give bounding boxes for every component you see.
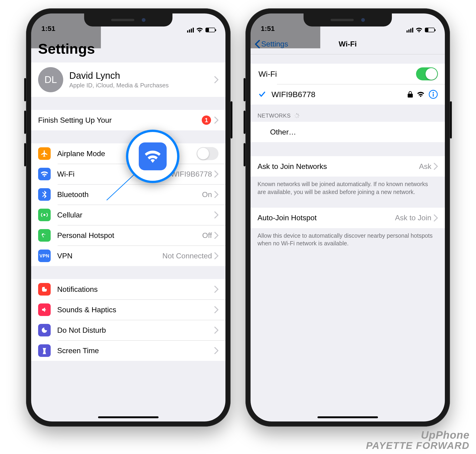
chevron-right-icon xyxy=(214,306,218,313)
checkmark-icon xyxy=(258,91,266,98)
wifi-icon-callout xyxy=(126,130,179,183)
dnd-icon xyxy=(38,324,51,336)
spinner-icon xyxy=(294,113,299,119)
svg-line-11 xyxy=(298,117,299,117)
other-network-row[interactable]: Other… xyxy=(251,122,445,142)
hotspot-row[interactable]: Personal Hotspot Off xyxy=(31,225,225,246)
chevron-right-icon xyxy=(214,347,218,354)
wifi-status-icon xyxy=(415,27,422,32)
ask-join-value: Ask xyxy=(419,162,431,171)
cellular-signal-icon xyxy=(187,28,194,32)
notch xyxy=(84,14,172,26)
chevron-right-icon xyxy=(214,76,218,83)
finish-setup-row[interactable]: Finish Setting Up Your 1 xyxy=(31,110,225,130)
chevron-right-icon xyxy=(434,163,438,170)
cellular-signal-icon xyxy=(407,28,413,32)
chevron-right-icon xyxy=(214,212,218,218)
phone-left: 1:51 Settings DL David Lynch xyxy=(26,8,230,427)
chevron-right-icon xyxy=(214,286,218,293)
hotspot-value: Off xyxy=(202,231,212,240)
hotspot-icon xyxy=(38,229,51,242)
wifi-toggle-label: Wi-Fi xyxy=(258,69,416,79)
vpn-value: Not Connected xyxy=(162,252,212,260)
chevron-right-icon xyxy=(214,252,218,259)
other-label: Other… xyxy=(270,128,438,136)
auto-hotspot-value: Ask to Join xyxy=(395,213,431,222)
status-time: 1:51 xyxy=(41,25,55,32)
svg-rect-7 xyxy=(433,94,434,97)
page-title: Settings xyxy=(38,40,225,57)
notifications-label: Notifications xyxy=(57,285,214,294)
wifi-strength-icon xyxy=(417,91,424,97)
lock-icon xyxy=(408,91,413,98)
watermark: UpPhone PAYETTE FORWARD xyxy=(366,429,469,451)
vpn-row[interactable]: VPN VPN Not Connected xyxy=(31,246,225,266)
connected-ssid: WIFI9B6778 xyxy=(271,90,408,99)
chevron-right-icon xyxy=(214,117,218,124)
airplane-icon xyxy=(38,147,51,160)
bluetooth-row[interactable]: Bluetooth On xyxy=(31,184,225,205)
avatar: DL xyxy=(38,67,63,92)
notifications-icon xyxy=(38,283,51,295)
wifi-value: WIFI9B6778 xyxy=(171,170,212,178)
sounds-icon xyxy=(38,303,51,316)
auto-hotspot-label: Auto-Join Hotspot xyxy=(258,213,395,222)
screentime-label: Screen Time xyxy=(57,346,214,355)
cellular-label: Cellular xyxy=(57,211,214,219)
navbar: Settings Wi-Fi xyxy=(251,34,445,54)
finish-setup-label: Finish Setting Up Your xyxy=(38,116,202,125)
home-indicator[interactable] xyxy=(98,416,159,418)
notifications-row[interactable]: Notifications xyxy=(31,279,225,300)
screentime-row[interactable]: Screen Time xyxy=(31,340,225,361)
wifi-status-icon xyxy=(196,27,203,32)
svg-line-13 xyxy=(295,117,296,117)
battery-icon xyxy=(425,28,435,32)
screentime-icon xyxy=(38,344,51,357)
cellular-icon xyxy=(38,209,51,221)
connected-network-row[interactable]: WIFI9B6778 xyxy=(251,84,445,105)
svg-point-1 xyxy=(45,287,47,289)
vpn-label: VPN xyxy=(57,252,162,260)
cellular-row[interactable]: Cellular xyxy=(31,205,225,225)
chevron-right-icon xyxy=(214,232,218,239)
appleid-sub: Apple ID, iCloud, Media & Purchases xyxy=(69,82,214,89)
appleid-name: David Lynch xyxy=(69,70,214,81)
wifi-toggle-row: Wi-Fi xyxy=(251,64,445,84)
sounds-row[interactable]: Sounds & Haptics xyxy=(31,300,225,320)
airplane-toggle[interactable] xyxy=(197,147,218,160)
ask-join-label: Ask to Join Networks xyxy=(258,162,419,171)
wifi-icon xyxy=(38,168,51,180)
back-button[interactable]: Settings xyxy=(255,34,288,54)
dnd-label: Do Not Disturb xyxy=(57,326,214,335)
chevron-right-icon xyxy=(214,171,218,178)
nav-title: Wi-Fi xyxy=(339,40,357,48)
bluetooth-value: On xyxy=(202,190,212,199)
info-icon[interactable] xyxy=(429,90,438,99)
battery-icon xyxy=(206,28,215,32)
svg-line-9 xyxy=(298,114,299,115)
ask-join-footer: Known networks will be joined automatica… xyxy=(251,177,445,201)
appleid-row[interactable]: DL David Lynch Apple ID, iCloud, Media &… xyxy=(31,62,225,97)
phone-right: 1:51 Settings Wi-Fi xyxy=(246,8,450,427)
networks-header: NETWORKS xyxy=(251,105,445,122)
notch xyxy=(304,14,392,26)
wifi-toggle[interactable] xyxy=(416,67,438,80)
home-indicator[interactable] xyxy=(317,416,378,418)
auto-hotspot-row[interactable]: Auto-Join Hotspot Ask to Join xyxy=(251,208,445,228)
chevron-right-icon xyxy=(434,214,438,221)
bluetooth-label: Bluetooth xyxy=(57,190,202,199)
svg-point-6 xyxy=(432,92,434,93)
hotspot-label: Personal Hotspot xyxy=(57,231,202,240)
sounds-label: Sounds & Haptics xyxy=(57,306,214,314)
svg-line-15 xyxy=(295,114,296,115)
chevron-right-icon xyxy=(214,191,218,198)
vpn-icon: VPN xyxy=(38,250,51,262)
ask-join-row[interactable]: Ask to Join Networks Ask xyxy=(251,156,445,177)
back-label: Settings xyxy=(261,40,288,48)
status-time: 1:51 xyxy=(261,25,275,32)
auto-hotspot-footer: Allow this device to automatically disco… xyxy=(251,228,445,252)
dnd-row[interactable]: Do Not Disturb xyxy=(31,320,225,340)
chevron-right-icon xyxy=(214,327,218,334)
badge: 1 xyxy=(202,115,211,125)
bluetooth-icon xyxy=(38,188,51,201)
